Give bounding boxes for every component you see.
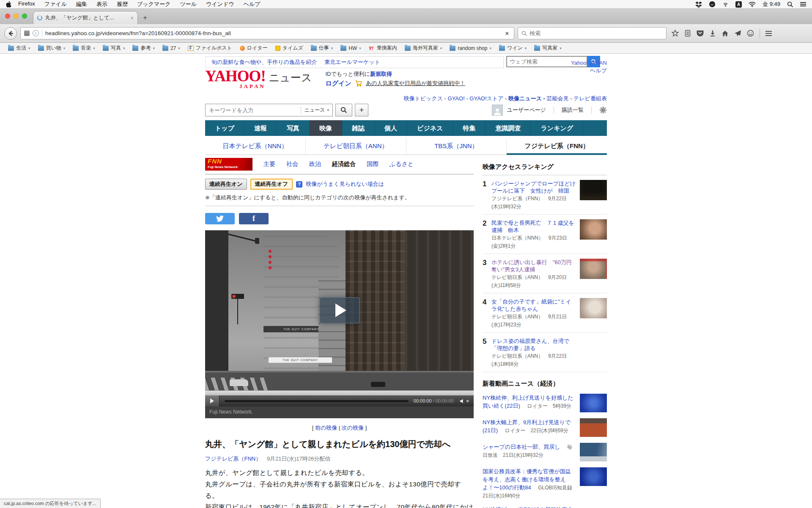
fnn-category-link[interactable]: 主要 <box>263 160 275 168</box>
ranking-item[interactable]: 1 バンジージャンプでロープほどけ プールに落下 女性けが 韓国 フジテレビ系（… <box>483 175 607 215</box>
menu-item[interactable]: ウインドウ <box>201 0 239 8</box>
menu-item[interactable]: ブックマーク <box>132 0 176 8</box>
facebook-share-button[interactable]: f <box>239 213 269 224</box>
nav-tab[interactable]: 写真 <box>277 120 310 136</box>
url-text[interactable]: headlines.yahoo.co.jp/videonews/fnn?a=20… <box>45 30 501 36</box>
thumbnail[interactable] <box>580 337 607 358</box>
yahoo-news-logo[interactable]: YAHOO! JAPAN <box>205 69 266 89</box>
help-question-icon[interactable]: ? <box>296 181 302 188</box>
nav-tab[interactable]: 意識調査 <box>486 120 531 136</box>
progress-bar[interactable] <box>225 400 409 402</box>
bookmark-item[interactable]: Y! 乗換案内 ▾ <box>366 43 400 53</box>
bookmark-item[interactable]: HW ▾ <box>337 43 364 53</box>
menu-item[interactable]: ヘルプ <box>239 0 265 8</box>
bookmark-item[interactable]: 音楽 ▾ <box>70 43 98 53</box>
bookmark-item[interactable]: 海外写真家 ▾ <box>402 43 445 53</box>
thumbnail[interactable] <box>580 467 607 486</box>
bookmark-item[interactable]: 27 ▾ <box>159 43 183 53</box>
creative-cloud-icon[interactable]: cc <box>709 1 716 8</box>
latest-news-item[interactable]: シャープの日本社一部、買戻し 毎日放送 21日(水)19時32分 <box>483 443 607 461</box>
pocket-icon[interactable] <box>697 30 704 37</box>
nav-tab[interactable]: 個人 <box>375 120 407 136</box>
browser-search-input[interactable] <box>529 30 663 36</box>
avatar[interactable] <box>492 105 503 116</box>
promo-text-link[interactable]: 旬の新鮮な食べ物や、手作りの逸品を紹介 <box>211 58 317 66</box>
feedback-smiley-icon[interactable] <box>747 30 754 37</box>
bookmark-item[interactable]: タイムズ ▾ <box>272 43 306 53</box>
bookmark-item[interactable]: 生活 ▾ <box>5 43 33 53</box>
spotlight-icon[interactable] <box>787 1 793 8</box>
subscriptions-link[interactable]: 購読一覧 <box>562 106 584 114</box>
bookmark-item[interactable]: 写真家 ▾ <box>531 43 565 53</box>
seek-bar[interactable] <box>205 390 474 395</box>
thumbnail[interactable] <box>580 394 607 412</box>
reading-list-icon[interactable] <box>684 30 691 37</box>
ranking-item[interactable]: 5 ドレス姿の福原愛さん、台湾で「理想の妻」語る テレビ朝日系（ANN） 9月2… <box>483 333 607 372</box>
latest-news-item[interactable]: NY株横ばい、米FOMCや日銀決定会合控え(20日) ロイター 21日(水)6時… <box>483 505 607 508</box>
channel-tab[interactable]: 日本テレビ系（NNN） <box>205 138 306 155</box>
subnav-link[interactable]: 芸能会見 <box>547 95 569 102</box>
latest-news-item[interactable]: NY株大幅上昇、9月利上げ見送りで(21日) ロイター 22日(木)5時59分 <box>483 418 607 437</box>
zoom-window-button[interactable] <box>22 14 27 19</box>
latest-news-item[interactable]: NY株続伸、利上げ見送りを好感した買い続く(22日) ロイター 5時39分 <box>483 394 607 412</box>
menu-hamburger-icon[interactable] <box>765 30 772 37</box>
ranking-item[interactable]: 4 女「自分の子です」紙袋に"ミイラ化"した赤ちゃん テレビ朝日系（ANN） 9… <box>483 293 607 333</box>
tab-close-icon[interactable]: × <box>130 15 134 21</box>
thumbnail[interactable] <box>580 219 607 240</box>
play-overlay-button[interactable] <box>319 297 360 323</box>
ranking-link[interactable]: 女「自分の子です」紙袋に"ミイラ化"した赤ちゃん <box>491 298 576 312</box>
input-source-icon[interactable]: A <box>735 1 742 8</box>
bookmark-item[interactable]: 参考 ▾ <box>129 43 158 53</box>
fnn-category-link[interactable]: ふるさと <box>390 160 414 168</box>
nav-tab[interactable]: 映像 <box>310 120 342 136</box>
bookmark-star-icon[interactable] <box>672 30 679 37</box>
login-link[interactable]: ログイン <box>325 79 351 88</box>
ranking-link[interactable]: ドレス姿の福原愛さん、台湾で「理想の妻」語る <box>491 337 576 352</box>
ranking-item[interactable]: 2 民家で母と長男死亡 ７１歳父を逮捕 栃木 日本テレビ系（NNN） 9月23日… <box>483 215 607 254</box>
gear-icon[interactable] <box>599 106 607 114</box>
next-video-link[interactable]: 次の映像 <box>342 425 364 431</box>
bookmark-item[interactable]: F ファイルポスト ▾ <box>185 43 235 53</box>
nav-tab[interactable]: ランキング <box>531 120 583 136</box>
thumbnail[interactable] <box>580 180 607 200</box>
subnav-link[interactable]: 映像トピックス <box>403 95 443 102</box>
bookmark-item[interactable]: 仕事 ▾ <box>308 43 336 53</box>
playback-help-link[interactable]: 映像がうまく見られない場合は <box>306 180 384 188</box>
nav-tab[interactable]: 特集 <box>453 120 486 136</box>
menu-item[interactable]: 履歴 <box>112 0 132 8</box>
fnn-category-link[interactable]: 政治 <box>309 160 321 168</box>
thumbnail[interactable] <box>580 418 607 437</box>
latest-news-link[interactable]: シャープの日本社一部、買戻し <box>483 444 560 450</box>
back-button[interactable] <box>4 27 17 40</box>
nav-tab[interactable]: 雑誌 <box>342 120 375 136</box>
site-info-icon[interactable]: i <box>33 30 39 36</box>
id-register-link[interactable]: 新規取得 <box>370 71 392 77</box>
menu-item[interactable]: 編集 <box>71 0 92 8</box>
channel-tab[interactable]: TBS系（JNN） <box>406 138 507 155</box>
search-category-dropdown[interactable]: ニュース ▾ <box>301 107 332 114</box>
ranking-link[interactable]: 民家で母と長男死亡 ７１歳父を逮捕 栃木 <box>491 219 576 234</box>
minimize-window-button[interactable] <box>14 14 19 19</box>
bookmark-item[interactable]: 写真 ▾ <box>100 43 128 53</box>
bookmark-item[interactable]: ロイター ▾ <box>237 43 271 53</box>
close-window-button[interactable] <box>5 14 10 19</box>
yahoo-japan-link[interactable]: Yahoo! JAPAN <box>571 60 607 66</box>
wifi-icon[interactable] <box>749 2 756 7</box>
ranking-link[interactable]: バンジージャンプでロープほどけ プールに落下 女性けが 韓国 <box>491 180 576 194</box>
new-tab-button[interactable]: + <box>138 14 152 24</box>
latest-news-link[interactable]: NY株横ばい、米FOMCや日銀決定会合控え(20日) <box>483 506 573 508</box>
menu-item[interactable]: Firefox <box>14 0 40 8</box>
home-icon[interactable] <box>721 30 729 37</box>
mute-icon[interactable]: ✕ <box>460 398 469 404</box>
fnn-category-link[interactable]: 国際 <box>367 160 379 168</box>
latest-news-item[interactable]: 国家公務員改革：優秀な官僚が国益を考え、志高く働ける環境を整えよ！〜100の行動… <box>483 467 607 500</box>
wireless-device-icon[interactable] <box>722 1 729 7</box>
help-link[interactable]: ヘルプ <box>590 67 607 74</box>
play-button[interactable] <box>205 395 219 406</box>
fnn-logo[interactable]: FNN Fuji News Network <box>205 158 252 171</box>
notification-center-icon[interactable] <box>800 1 806 7</box>
subnav-link[interactable]: テレビ番組表 <box>573 95 607 102</box>
continuous-play-off-button[interactable]: 連続再生オフ <box>250 179 293 190</box>
thumbnail[interactable] <box>580 298 607 318</box>
subnav-link[interactable]: GYAO! <box>448 95 465 102</box>
